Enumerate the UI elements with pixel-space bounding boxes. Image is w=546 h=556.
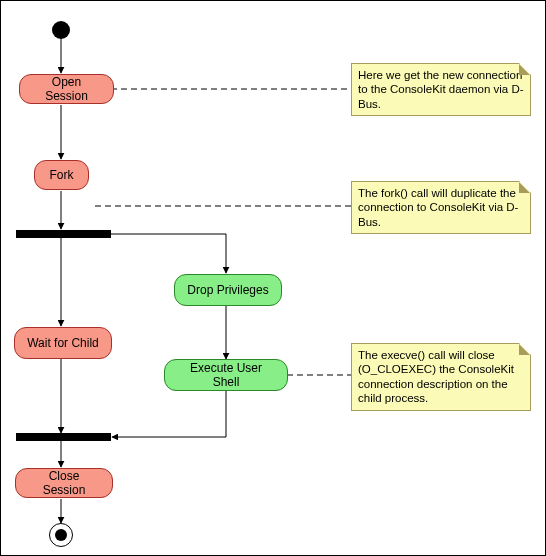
activity-execute-user-shell: Execute User Shell [164, 359, 288, 391]
activity-open-session: Open Session [19, 74, 114, 104]
note-fork-bar: The fork() call will duplicate the conne… [351, 181, 531, 234]
note-text: The fork() call will duplicate the conne… [358, 187, 518, 228]
activity-wait-for-child: Wait for Child [14, 327, 112, 359]
activity-label: Execute User Shell [177, 361, 275, 389]
join-bar [16, 433, 111, 441]
note-text: The execve() call will close (O_CLOEXEC)… [358, 349, 514, 404]
activity-label: Wait for Child [27, 336, 99, 350]
activity-diagram-canvas: Open Session Fork Wait for Child Drop Pr… [0, 0, 546, 556]
initial-node [52, 21, 70, 39]
activity-label: Close Session [28, 469, 100, 497]
final-node [49, 523, 73, 547]
note-text: Here we get the new connection to the Co… [358, 69, 524, 110]
activity-drop-privileges: Drop Privileges [174, 274, 282, 306]
note-exec-shell: The execve() call will close (O_CLOEXEC)… [351, 343, 531, 411]
activity-label: Drop Privileges [187, 283, 268, 297]
fork-bar [16, 230, 111, 238]
activity-close-session: Close Session [15, 468, 113, 498]
activity-fork: Fork [34, 160, 89, 190]
note-open-session: Here we get the new connection to the Co… [351, 63, 531, 116]
activity-label: Fork [50, 168, 74, 182]
activity-label: Open Session [32, 75, 101, 103]
